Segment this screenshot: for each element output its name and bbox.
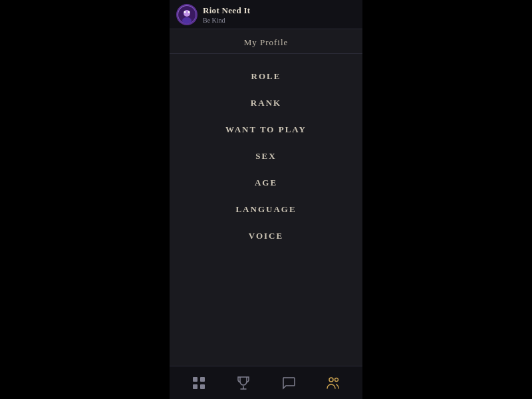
header-subtitle: Be Kind bbox=[203, 17, 250, 24]
menu-item-sex[interactable]: SEX bbox=[170, 147, 362, 166]
header: Riot Need It Be Kind bbox=[170, 0, 362, 29]
svg-point-1 bbox=[184, 10, 190, 17]
app-container: Riot Need It Be Kind My Profile ROLERANK… bbox=[170, 0, 362, 399]
svg-point-9 bbox=[329, 378, 333, 382]
profile-section-label: My Profile bbox=[170, 29, 362, 54]
svg-point-3 bbox=[184, 11, 186, 13]
svg-point-4 bbox=[188, 11, 190, 13]
menu-item-voice[interactable]: VOICE bbox=[170, 227, 362, 245]
menu-item-want-to-play[interactable]: WANT TO PLAY bbox=[170, 120, 362, 139]
svg-rect-6 bbox=[200, 377, 205, 382]
svg-rect-8 bbox=[200, 384, 205, 389]
menu-item-age[interactable]: AGE bbox=[170, 174, 362, 192]
menu-list: ROLERANKWANT TO PLAYSEXAGELANGUAGEVOICE bbox=[170, 54, 362, 366]
menu-item-role[interactable]: ROLE bbox=[170, 67, 362, 86]
nav-icon-trophy[interactable] bbox=[231, 371, 255, 395]
header-text: Riot Need It Be Kind bbox=[203, 5, 250, 24]
bottom-nav bbox=[170, 366, 362, 399]
svg-point-2 bbox=[182, 17, 192, 24]
right-panel bbox=[362, 0, 532, 399]
svg-rect-7 bbox=[193, 384, 198, 389]
nav-icon-chat[interactable] bbox=[277, 371, 301, 395]
nav-icon-grid[interactable] bbox=[187, 371, 211, 395]
nav-icon-users[interactable] bbox=[321, 371, 345, 395]
svg-point-10 bbox=[335, 378, 338, 381]
svg-rect-5 bbox=[193, 377, 198, 382]
header-title: Riot Need It bbox=[203, 5, 250, 16]
avatar-inner bbox=[178, 5, 196, 24]
menu-item-language[interactable]: LANGUAGE bbox=[170, 200, 362, 219]
avatar bbox=[176, 4, 198, 25]
left-panel bbox=[0, 0, 170, 399]
menu-item-rank[interactable]: RANK bbox=[170, 94, 362, 112]
